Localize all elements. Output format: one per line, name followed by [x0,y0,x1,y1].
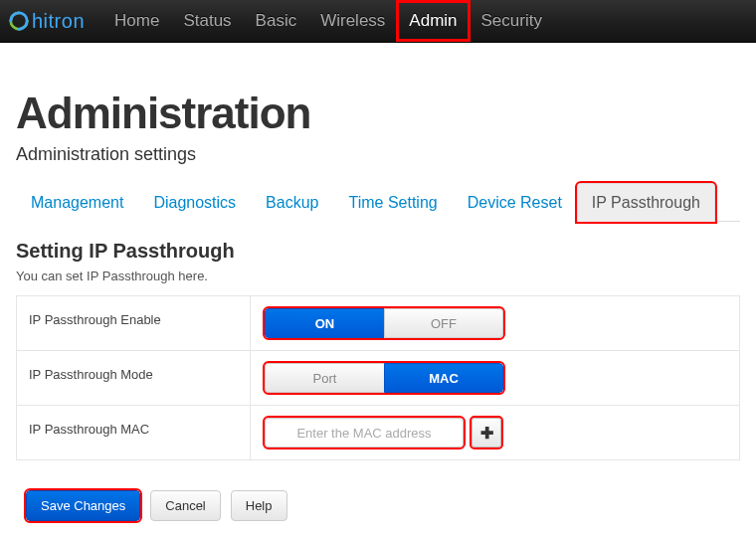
page-content: Administration Administration settings M… [0,43,756,539]
page-subtitle: Administration settings [16,144,740,165]
label-passthrough-enable: IP Passthrough Enable [17,296,251,350]
label-passthrough-mode: IP Passthrough Mode [17,351,251,405]
settings-table: IP Passthrough Enable ON OFF IP Passthro… [16,295,740,460]
help-button[interactable]: Help [231,490,287,521]
brand-swirl-icon [8,10,30,32]
section-desc: You can set IP Passthrough here. [16,269,740,283]
nav-admin[interactable]: Admin [397,1,469,41]
tab-time-setting[interactable]: Time Setting [333,183,452,222]
mode-mac-button[interactable]: MAC [384,363,503,393]
tab-ip-passthrough[interactable]: IP Passthrough [577,183,715,222]
row-enable: IP Passthrough Enable ON OFF [17,296,739,351]
enable-off-button[interactable]: OFF [384,308,503,338]
section-title: Setting IP Passthrough [16,240,740,263]
plus-icon: ✚ [480,424,493,443]
tab-management[interactable]: Management [16,183,138,222]
nav-status[interactable]: Status [171,1,243,41]
mode-port-button[interactable]: Port [265,363,384,393]
brand-logo: hitron [8,10,85,33]
top-navbar: hitron Home Status Basic Wireless Admin … [0,0,756,43]
control-passthrough-mac: ✚ [251,406,739,459]
action-bar: Save Changes Cancel Help [16,490,740,531]
cancel-button[interactable]: Cancel [150,490,220,521]
tab-device-reset[interactable]: Device Reset [453,183,577,222]
control-passthrough-mode: Port MAC [251,351,739,405]
admin-tabs: Management Diagnostics Backup Time Setti… [16,183,740,222]
nav-wireless[interactable]: Wireless [308,1,397,41]
save-changes-button[interactable]: Save Changes [26,490,140,521]
page-title: Administration [16,89,740,138]
mac-address-input[interactable] [265,418,464,448]
nav-basic[interactable]: Basic [244,1,309,41]
brand-name: hitron [32,10,85,33]
control-passthrough-enable: ON OFF [251,296,739,350]
row-mode: IP Passthrough Mode Port MAC [17,351,739,406]
tab-backup[interactable]: Backup [251,183,333,222]
label-passthrough-mac: IP Passthrough MAC [17,406,251,459]
tab-diagnostics[interactable]: Diagnostics [138,183,251,222]
add-mac-button[interactable]: ✚ [472,418,501,448]
nav-security[interactable]: Security [470,1,554,41]
row-mac: IP Passthrough MAC ✚ [17,406,739,459]
nav-home[interactable]: Home [102,1,171,41]
nav-items: Home Status Basic Wireless Admin Securit… [102,1,554,41]
enable-on-button[interactable]: ON [265,308,384,338]
